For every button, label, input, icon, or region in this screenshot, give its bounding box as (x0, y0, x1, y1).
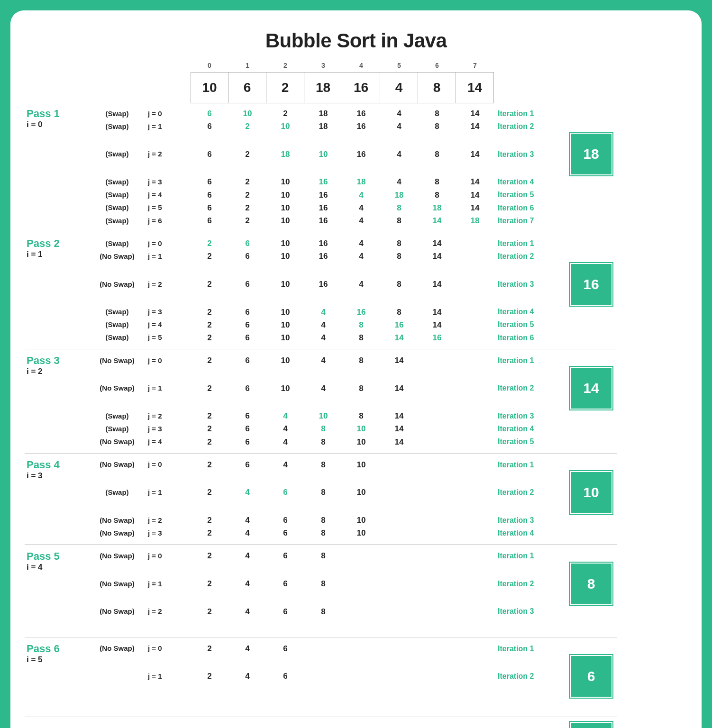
value-cell: 4 (266, 436, 304, 448)
array-index-5: 5 (380, 62, 418, 72)
value-cell: 4 (342, 214, 380, 227)
value-cell: 8 (304, 458, 342, 471)
value-cell: 8 (418, 120, 456, 133)
value-cell: 14 (456, 120, 494, 133)
value-cell: 6 (266, 527, 304, 539)
iteration-label: Iteration 2 (494, 382, 565, 394)
value-cell: 10 (266, 306, 304, 318)
j-label: j = 2 (148, 515, 191, 526)
iteration-label: Iteration 5 (494, 189, 565, 201)
value-cell: 6 (266, 514, 304, 527)
value-cell: 10 (304, 148, 342, 161)
value-cell: 6 (228, 250, 266, 263)
value-cell: 2 (191, 331, 228, 344)
value-cell: 14 (418, 237, 456, 250)
value-cell: 16 (418, 331, 456, 344)
j-label: j = 1 (148, 382, 191, 394)
iteration-label: Iteration 1 (494, 643, 565, 655)
value-cell: 14 (456, 201, 494, 214)
value-cell: 8 (304, 577, 342, 590)
value-cell: 16 (342, 107, 380, 120)
j-label: j = 1 (148, 578, 191, 590)
value-cell: 14 (418, 318, 456, 331)
pass-label-1: Pass 1 (25, 108, 86, 120)
value-cell: 10 (342, 527, 380, 539)
iteration-label: Iteration 4 (494, 176, 565, 188)
array-index-7: 7 (456, 62, 494, 72)
value-cell: 10 (228, 107, 266, 120)
pass-i-label-4: i = 3 (25, 471, 86, 481)
value-cell: 2 (191, 527, 228, 539)
swap-note: (No Swap) (86, 251, 148, 262)
initial-array-cell-2: 2 (266, 72, 304, 103)
iteration-label: Iteration 4 (494, 423, 565, 435)
value-cell: 6 (228, 422, 266, 435)
value-cell: 4 (304, 382, 342, 395)
j-label: j = 4 (148, 436, 191, 447)
value-cell: 18 (342, 175, 380, 188)
value-cell: 6 (266, 605, 304, 618)
j-label: j = 1 (148, 487, 191, 498)
initial-array-cell-1: 6 (228, 72, 266, 103)
j-label: j = 0 (148, 459, 191, 470)
value-cell: 2 (191, 306, 228, 318)
value-cell: 16 (304, 250, 342, 263)
value-cell: 16 (342, 120, 380, 133)
pass-i-label-5: i = 4 (25, 563, 86, 572)
swap-note: (Swap) (86, 148, 148, 160)
swap-note: (No Swap) (86, 355, 148, 366)
swap-note: (No Swap) (86, 279, 148, 290)
iteration-label: Iteration 2 (494, 578, 565, 590)
swap-note: (Swap) (86, 410, 148, 422)
value-cell: 4 (228, 514, 266, 527)
value-cell: 2 (191, 514, 228, 527)
value-cell: 6 (266, 549, 304, 562)
value-cell: 2 (228, 214, 266, 227)
result-box-5: 8 (570, 563, 612, 605)
value-cell: 6 (266, 577, 304, 590)
swap-note: (Swap) (86, 202, 148, 213)
value-cell: 8 (304, 422, 342, 435)
value-cell: 2 (191, 486, 228, 499)
j-label: j = 2 (148, 606, 191, 617)
value-cell: 2 (191, 354, 228, 367)
value-cell: 6 (228, 410, 266, 422)
value-cell: 2 (191, 577, 228, 590)
array-index-2: 2 (266, 62, 304, 72)
value-cell: 8 (304, 549, 342, 562)
value-cell: 18 (266, 148, 304, 161)
j-label: j = 1 (148, 121, 191, 132)
value-cell: 14 (418, 278, 456, 291)
j-label: j = 0 (148, 238, 191, 249)
value-cell: 14 (456, 148, 494, 161)
iteration-label: Iteration 7 (494, 215, 565, 227)
value-cell: 10 (266, 189, 304, 201)
initial-array-cell-4: 16 (342, 72, 380, 103)
result-box-7: 4 (570, 722, 612, 728)
value-cell: 2 (228, 148, 266, 161)
swap-note: (Swap) (86, 215, 148, 227)
value-cell: 10 (266, 354, 304, 367)
iteration-label: Iteration 4 (494, 527, 565, 539)
iteration-label: Iteration 2 (494, 120, 565, 133)
value-cell: 4 (228, 549, 266, 562)
result-cell: 10 (565, 471, 617, 514)
iteration-label: Iteration 6 (494, 202, 565, 214)
iteration-label: Iteration 1 (494, 355, 565, 367)
iteration-label: Iteration 1 (494, 550, 565, 562)
j-label: j = 0 (148, 550, 191, 562)
value-cell: 2 (191, 410, 228, 422)
value-cell: 6 (266, 642, 304, 655)
page-title: Bubble Sort in Java (25, 29, 687, 52)
value-cell: 4 (304, 354, 342, 367)
j-label: j = 3 (148, 423, 191, 435)
pass-divider (25, 717, 617, 717)
iteration-label: Iteration 4 (494, 306, 565, 318)
value-cell: 4 (228, 670, 266, 682)
value-cell: 10 (342, 514, 380, 527)
value-cell: 10 (342, 422, 380, 435)
array-index-4: 4 (342, 62, 380, 72)
pass-label-2: Pass 2 (25, 237, 86, 250)
value-cell: 6 (191, 214, 228, 227)
value-cell: 6 (228, 354, 266, 367)
